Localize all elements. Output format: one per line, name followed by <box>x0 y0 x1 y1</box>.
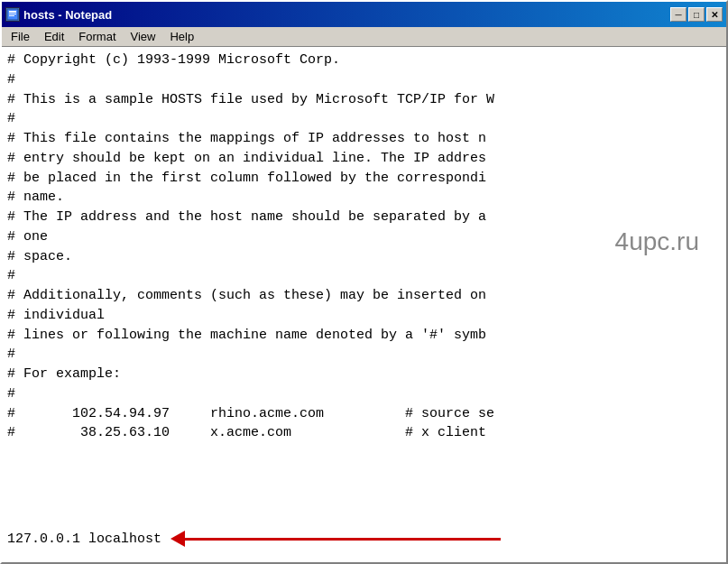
file-content: # Copyright (c) 1993-1999 Microsoft Corp… <box>2 47 726 562</box>
menu-bar: File Edit Format View Help <box>2 27 726 47</box>
close-button[interactable]: ✕ <box>706 7 723 22</box>
arrow-line <box>185 538 501 541</box>
app-icon <box>5 7 20 22</box>
minimize-button[interactable]: ─ <box>670 7 687 22</box>
title-bar: hosts - Notepad ─ □ ✕ <box>2 2 726 27</box>
text-area[interactable]: # Copyright (c) 1993-1999 Microsoft Corp… <box>2 47 726 562</box>
window-title: hosts - Notepad <box>23 8 667 22</box>
svg-rect-2 <box>9 14 16 14</box>
maximize-button[interactable]: □ <box>688 7 705 22</box>
menu-format[interactable]: Format <box>71 28 123 45</box>
menu-view[interactable]: View <box>124 28 163 45</box>
svg-rect-3 <box>9 15 14 16</box>
svg-rect-1 <box>9 11 16 13</box>
menu-help[interactable]: Help <box>162 28 201 45</box>
window-controls: ─ □ ✕ <box>670 7 723 22</box>
window: hosts - Notepad ─ □ ✕ File Edit Format V… <box>0 0 728 564</box>
menu-edit[interactable]: Edit <box>37 28 71 45</box>
red-arrow <box>170 531 501 547</box>
menu-file[interactable]: File <box>4 28 37 45</box>
arrow-head-left <box>170 531 185 547</box>
localhost-entry: 127.0.0.1 localhost <box>7 532 161 547</box>
